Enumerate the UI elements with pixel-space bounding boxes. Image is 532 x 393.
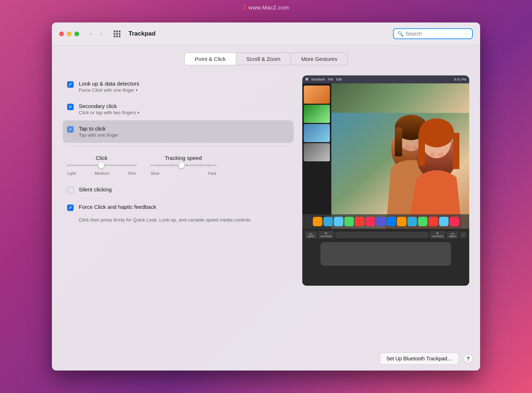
- keyboard-row: en option ⌘ command ⌘ command: [302, 229, 469, 241]
- dock-icon-5: [355, 217, 364, 226]
- click-slider-thumb[interactable]: [98, 162, 105, 169]
- click-slider-track: [67, 165, 136, 166]
- tracking-slider-thumb[interactable]: [178, 162, 185, 169]
- option-subtitle-lookup: Force Click with one finger ▾: [79, 87, 139, 93]
- click-label-light: Light: [67, 171, 76, 175]
- minimize-button[interactable]: [67, 32, 71, 36]
- mac-menubar-edit: Edit: [336, 78, 342, 81]
- back-arrow[interactable]: ‹: [87, 30, 95, 38]
- search-input[interactable]: [406, 31, 468, 37]
- window-title: Trackpad: [128, 30, 389, 37]
- photo-people-svg: [331, 83, 469, 229]
- mac-dock: [302, 214, 469, 229]
- help-button[interactable]: ?: [463, 354, 473, 363]
- checkmark-lookup: ✓: [69, 82, 72, 87]
- click-slider-group: Click Light Medium: [67, 155, 136, 175]
- checkbox-tap-to-click[interactable]: ✓: [67, 126, 74, 133]
- checkbox-silent-clicking[interactable]: [67, 187, 74, 194]
- dock-icon-13: [439, 217, 449, 226]
- bottom-bar: Set Up Bluetooth Trackpad… ?: [52, 347, 480, 371]
- bottom-options: Silent clicking ✓ Force Click and haptic…: [63, 181, 294, 227]
- option-text-silent-clicking: Silent clicking: [79, 186, 112, 193]
- checkbox-force-click[interactable]: ✓: [67, 204, 74, 211]
- click-label-firm: Firm: [128, 171, 136, 175]
- apple-menu-icon: ⌘: [305, 78, 308, 81]
- mac-menubar: ⌘ MacBook File Edit 8:41 PM: [302, 75, 469, 83]
- option-subtitle-tap-to-click: Tap with one finger: [79, 132, 118, 138]
- dock-icon-10: [408, 217, 417, 226]
- click-label-medium: Medium: [95, 171, 109, 175]
- option-text-force-click: Force Click and haptic feedback: [79, 204, 156, 210]
- option-lookup: ✓ Look up & data detectors Force Click w…: [63, 75, 294, 98]
- forward-arrow[interactable]: ›: [97, 30, 105, 38]
- nav-arrows: ‹ ›: [87, 30, 105, 38]
- traffic-lights: [59, 32, 79, 36]
- mac-menubar-time: 8:41 PM: [454, 78, 466, 81]
- sidebar-thumb-4: [304, 143, 330, 161]
- search-box[interactable]: 🔍: [393, 28, 473, 39]
- key-option-right: en option: [447, 231, 458, 239]
- key-option-left: en option: [305, 231, 317, 239]
- main-window: ‹ › Trackpad 🔍 Point & Click: [52, 22, 480, 371]
- grid-icon[interactable]: [112, 29, 122, 39]
- dock-icon-7: [376, 217, 385, 226]
- tab-scroll-zoom[interactable]: Scroll & Zoom: [236, 53, 291, 65]
- maximize-button[interactable]: [74, 32, 79, 36]
- option-text-tap-to-click: Tap to click Tap with one finger: [79, 125, 118, 138]
- click-slider-labels: Light Medium Firm: [67, 171, 136, 175]
- dock-icon-6: [365, 217, 375, 226]
- tab-more-gestures[interactable]: More Gestures: [291, 53, 348, 65]
- dock-icon-4: [344, 217, 354, 226]
- option-text-secondary-click: Secondary click Click or tap with two fi…: [79, 103, 139, 115]
- tabs: Point & Click Scroll & Zoom More Gesture…: [63, 53, 469, 65]
- option-title-secondary-click: Secondary click: [79, 103, 139, 109]
- option-text-lookup: Look up & data detectors Force Click wit…: [79, 80, 139, 93]
- svg-point-11: [405, 145, 410, 149]
- dock-icon-12: [429, 217, 438, 226]
- click-tick-1: [102, 164, 102, 167]
- tab-point-click[interactable]: Point & Click: [184, 53, 236, 65]
- click-slider-track-container: [67, 165, 136, 166]
- svg-rect-4: [395, 127, 402, 156]
- mac-screen: ⌘ MacBook File Edit 8:41 PM: [302, 75, 469, 229]
- sidebar-thumb-3: [304, 124, 330, 142]
- close-button[interactable]: [59, 32, 64, 36]
- preview-container: ⌘ MacBook File Edit 8:41 PM: [302, 75, 469, 286]
- tracking-label-slow: Slow: [151, 171, 159, 175]
- sidebar-thumb-1: [304, 86, 330, 104]
- option-secondary-click: ✓ Secondary click Click or tap with two …: [63, 98, 294, 120]
- trackpad-visual: [320, 242, 451, 266]
- grid-dots: [114, 30, 120, 37]
- dock-icon-9: [397, 217, 406, 226]
- watermark: Z www.MacZ.com: [243, 4, 289, 11]
- dropdown-arrow-lookup[interactable]: ▾: [136, 88, 138, 92]
- key-arrow: —: [460, 232, 466, 238]
- mac-menubar-finder: MacBook: [311, 78, 325, 81]
- titlebar: ‹ › Trackpad 🔍: [52, 22, 480, 45]
- sliders-section: Click Light Medium: [63, 149, 294, 178]
- divider-1: [67, 146, 289, 146]
- dock-icon-2: [323, 217, 333, 226]
- key-command-right: ⌘ command: [430, 231, 445, 239]
- option-title-tap-to-click: Tap to click: [79, 125, 118, 132]
- tracking-slider-group: Tracking speed: [151, 155, 216, 175]
- dock-icon-3: [334, 217, 343, 226]
- tracking-slider-track-container: [151, 165, 216, 166]
- checkbox-secondary-click[interactable]: ✓: [67, 104, 74, 110]
- keyboard-area: en option ⌘ command ⌘ command: [302, 229, 469, 286]
- right-panel: ⌘ MacBook File Edit 8:41 PM: [302, 75, 469, 339]
- setup-bluetooth-button[interactable]: Set Up Bluetooth Trackpad…: [380, 352, 459, 365]
- option-subtitle-secondary-click: Click or tap with two fingers ▾: [79, 110, 139, 115]
- svg-point-14: [438, 152, 444, 157]
- checkbox-lookup[interactable]: ✓: [67, 81, 74, 88]
- click-slider-label: Click: [67, 155, 136, 161]
- svg-rect-9: [418, 133, 425, 165]
- dock-icon-8: [386, 217, 396, 226]
- dropdown-arrow-secondary-click[interactable]: ▾: [138, 111, 139, 115]
- svg-point-12: [412, 145, 418, 149]
- mac-photo-app: [302, 83, 469, 229]
- option-force-click: ✓ Force Click and haptic feedback: [63, 199, 294, 216]
- sidebar-thumb-2: [304, 105, 330, 123]
- mac-menubar-file: File: [328, 78, 333, 81]
- tracking-slider-track: [151, 165, 216, 166]
